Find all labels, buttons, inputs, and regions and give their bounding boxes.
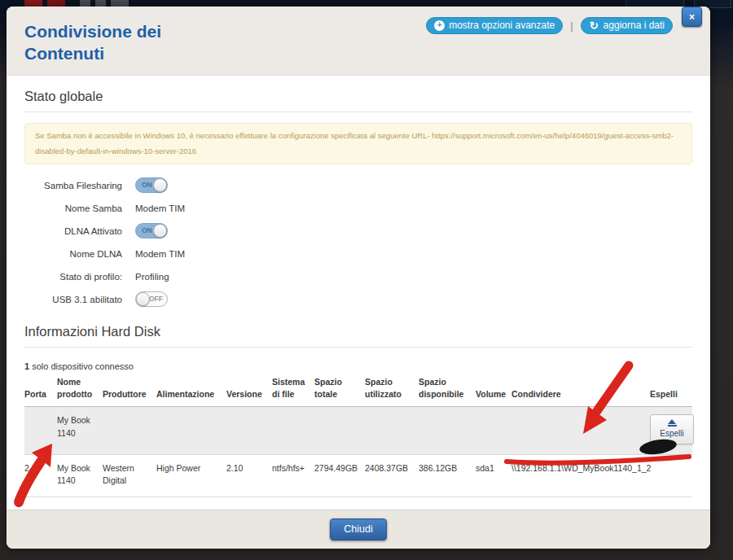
refresh-icon: ↻ (589, 20, 599, 31)
cell-sistema: ntfs/hfs+ (272, 454, 314, 497)
cell-versione: 2.10 (226, 454, 272, 497)
samba-filesharing-toggle[interactable]: ON (135, 177, 168, 193)
col-spazio-disponibile: Spazio disponibile (419, 374, 476, 407)
cell-totale (314, 407, 365, 455)
page-title: Condivisione dei Contenuti (24, 20, 228, 64)
cell-versione (226, 407, 272, 455)
content-sharing-modal: Condivisione dei Contenuti + mostra opzi… (7, 7, 710, 549)
form-row-samba-filesharing: Samba Filesharing ON (24, 174, 692, 197)
cell-produttore (103, 407, 156, 455)
dlna-enabled-label: DLNA Attivato (24, 226, 122, 236)
col-alimentazione: Alimentazione (156, 374, 226, 407)
cell-nome: My Book 1140 (57, 407, 103, 455)
col-volume: Volume (476, 374, 511, 407)
toggle-knob (153, 224, 167, 238)
cell-disponibile: 386.12GB (419, 454, 476, 497)
cell-utilizzato: 2408.37GB (365, 454, 419, 497)
device-count: 1 solo dispositivo connesso (24, 361, 692, 371)
form-row-dlna-enabled: DLNA Attivato ON (24, 220, 692, 243)
share-path: \\192.168.1.1\WD_MyBook1140_1_2 (511, 454, 650, 497)
close-dialog-button[interactable]: Chiudi (330, 518, 386, 540)
form-row-usb31: USB 3.1 abilitato OFF (24, 288, 692, 311)
modal-body: Stato globale Se Samba non è accessibile… (7, 76, 710, 510)
col-nome-prodotto: Nome prodotto (57, 374, 103, 407)
eject-icon (668, 419, 677, 427)
hard-disk-heading: Informazioni Hard Disk (24, 324, 692, 348)
form-row-samba-name: Nome Samba Modem TIM (24, 197, 692, 220)
table-row-partition: 2-1 My Book 1140 Western Digital High Po… (24, 454, 692, 497)
col-sistema-di-file: Sistema di file (272, 374, 314, 407)
cell-produttore: Western Digital (103, 454, 156, 497)
samba-name-value: Modem TIM (135, 203, 185, 213)
profile-status-value: Profiling (135, 272, 169, 282)
header-actions: + mostra opzioni avanzate | ↻ aggiorna i… (426, 17, 673, 34)
modal-header: Condivisione dei Contenuti + mostra opzi… (7, 7, 710, 76)
form-row-profile-status: Stato di profilo: Profiling (24, 265, 692, 288)
col-espelli: Espelli (650, 374, 692, 407)
profile-status-label: Stato di profilo: (24, 272, 122, 282)
form-row-dlna-name: Nome DLNA Modem TIM (24, 243, 692, 265)
toggle-on-label: ON (142, 182, 152, 189)
toggle-knob (136, 292, 150, 306)
device-count-number: 1 (24, 361, 29, 371)
hard-disk-table: Porta Nome prodotto Produttore Alimentaz… (24, 374, 692, 497)
samba-warning-alert: Se Samba non è accessibile in Windows 10… (24, 123, 692, 164)
samba-name-label: Nome Samba (24, 203, 122, 213)
show-advanced-options-label: mostra opzioni avanzate (449, 20, 555, 31)
cell-utilizzato (365, 407, 419, 455)
toggle-knob (153, 178, 167, 192)
col-produttore: Produttore (103, 374, 156, 407)
toggle-on-label: ON (142, 227, 152, 234)
modal-footer: Chiudi (7, 510, 710, 549)
global-status-form: Samba Filesharing ON Nome Samba Modem TI… (24, 174, 692, 311)
col-condividere: Condividere (511, 374, 650, 407)
action-separator: | (570, 20, 573, 32)
cell-volume (476, 407, 511, 455)
show-advanced-options-button[interactable]: + mostra opzioni avanzate (426, 17, 563, 34)
cell-condividere (511, 407, 650, 455)
cell-alimentazione (156, 407, 226, 455)
cell-sistema (272, 407, 314, 455)
col-porta: Porta (24, 374, 57, 407)
refresh-data-label: aggiorna i dati (604, 20, 665, 31)
table-row-device: My Book 1140 Esp (24, 407, 692, 455)
samba-filesharing-label: Samba Filesharing (24, 181, 122, 190)
close-icon[interactable]: × (682, 7, 702, 27)
dlna-name-label: Nome DLNA (24, 249, 122, 259)
col-spazio-totale: Spazio totale (314, 374, 365, 407)
cell-porta (24, 407, 57, 455)
refresh-data-button[interactable]: ↻ aggiorna i dati (581, 17, 673, 34)
global-status-heading: Stato globale (24, 89, 692, 112)
device-count-text: solo dispositivo connesso (32, 361, 134, 371)
col-spazio-utilizzato: Spazio utilizzato (365, 374, 419, 407)
cell-volume: sda1 (476, 454, 511, 497)
cell-nome: My Book 1140 (57, 454, 103, 497)
plus-circle-icon: + (434, 20, 445, 31)
toggle-off-label: OFF (149, 295, 163, 303)
cell-alimentazione: High Power (156, 454, 226, 497)
cell-totale: 2794.49GB (314, 454, 365, 497)
col-versione: Versione (226, 374, 272, 407)
usb31-toggle[interactable]: OFF (135, 291, 168, 307)
table-header-row: Porta Nome prodotto Produttore Alimentaz… (24, 374, 692, 407)
eject-button-label: Espelli (660, 428, 683, 440)
dlna-name-value: Modem TIM (135, 249, 185, 259)
eject-button[interactable]: Espelli (650, 414, 694, 444)
cell-disponibile (419, 407, 476, 455)
dlna-enabled-toggle[interactable]: ON (135, 223, 168, 238)
usb31-enabled-label: USB 3.1 abilitato (24, 295, 122, 304)
cell-porta: 2-1 (24, 454, 57, 497)
